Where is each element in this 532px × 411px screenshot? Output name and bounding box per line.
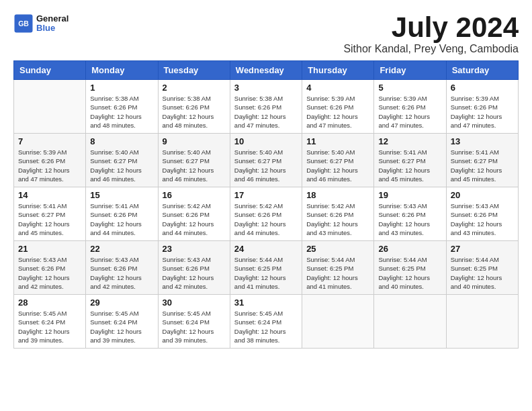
day-header-thursday: Thursday [302,61,374,80]
calendar-cell: 12Sunrise: 5:41 AM Sunset: 6:27 PM Dayli… [374,134,446,187]
calendar-cell [374,295,446,349]
day-number: 8 [90,136,153,146]
page-header: GB General Blue July 2024 Sithor Kandal,… [13,13,519,55]
calendar-cell [14,80,86,134]
calendar-cell: 13Sunrise: 5:41 AM Sunset: 6:27 PM Dayli… [446,134,518,187]
week-row-4: 21Sunrise: 5:43 AM Sunset: 6:26 PM Dayli… [14,241,519,295]
day-number: 20 [451,190,514,200]
day-number: 30 [163,298,226,308]
day-header-wednesday: Wednesday [230,61,302,80]
day-header-saturday: Saturday [446,61,518,80]
calendar-table: SundayMondayTuesdayWednesdayThursdayFrid… [13,60,519,349]
day-number: 3 [234,83,298,93]
day-number: 28 [18,298,81,308]
day-number: 6 [451,83,514,93]
day-info: Sunrise: 5:43 AM Sunset: 6:26 PM Dayligh… [451,201,514,237]
day-info: Sunrise: 5:41 AM Sunset: 6:27 PM Dayligh… [451,148,514,183]
day-header-tuesday: Tuesday [158,61,230,80]
day-info: Sunrise: 5:44 AM Sunset: 6:25 PM Dayligh… [451,255,514,291]
calendar-cell: 5Sunrise: 5:39 AM Sunset: 6:26 PM Daylig… [374,80,446,134]
calendar-cell: 18Sunrise: 5:42 AM Sunset: 6:26 PM Dayli… [302,187,374,241]
day-info: Sunrise: 5:39 AM Sunset: 6:26 PM Dayligh… [306,94,369,130]
day-info: Sunrise: 5:40 AM Sunset: 6:27 PM Dayligh… [163,148,226,183]
day-number: 16 [163,190,226,200]
day-number: 9 [163,136,226,146]
calendar-cell: 15Sunrise: 5:41 AM Sunset: 6:26 PM Dayli… [86,187,158,241]
calendar-cell: 21Sunrise: 5:43 AM Sunset: 6:26 PM Dayli… [14,241,86,295]
calendar-cell: 27Sunrise: 5:44 AM Sunset: 6:25 PM Dayli… [446,241,518,295]
day-number: 15 [90,190,153,200]
title-area: July 2024 Sithor Kandal, Prey Veng, Camb… [343,13,519,55]
day-number: 19 [378,190,441,200]
calendar-cell: 23Sunrise: 5:43 AM Sunset: 6:26 PM Dayli… [158,241,230,295]
svg-text:GB: GB [18,19,29,28]
day-info: Sunrise: 5:43 AM Sunset: 6:26 PM Dayligh… [378,201,441,237]
day-info: Sunrise: 5:43 AM Sunset: 6:26 PM Dayligh… [90,255,153,291]
day-info: Sunrise: 5:42 AM Sunset: 6:26 PM Dayligh… [163,201,226,237]
day-info: Sunrise: 5:45 AM Sunset: 6:24 PM Dayligh… [90,309,153,345]
calendar-cell: 17Sunrise: 5:42 AM Sunset: 6:26 PM Dayli… [230,187,302,241]
logo: GB General Blue [13,13,69,34]
calendar-cell: 7Sunrise: 5:39 AM Sunset: 6:26 PM Daylig… [14,134,86,187]
day-info: Sunrise: 5:42 AM Sunset: 6:26 PM Dayligh… [306,201,369,237]
calendar-cell: 8Sunrise: 5:40 AM Sunset: 6:27 PM Daylig… [86,134,158,187]
day-number: 26 [378,244,441,254]
calendar-cell: 16Sunrise: 5:42 AM Sunset: 6:26 PM Dayli… [158,187,230,241]
calendar-cell [302,295,374,349]
day-number: 2 [163,83,226,93]
day-number: 5 [378,83,441,93]
day-info: Sunrise: 5:41 AM Sunset: 6:27 PM Dayligh… [378,148,441,183]
week-row-1: 1Sunrise: 5:38 AM Sunset: 6:26 PM Daylig… [14,80,519,134]
calendar-cell: 28Sunrise: 5:45 AM Sunset: 6:24 PM Dayli… [14,295,86,349]
calendar-cell: 30Sunrise: 5:45 AM Sunset: 6:24 PM Dayli… [158,295,230,349]
day-info: Sunrise: 5:39 AM Sunset: 6:26 PM Dayligh… [18,148,81,183]
week-row-5: 28Sunrise: 5:45 AM Sunset: 6:24 PM Dayli… [14,295,519,349]
day-number: 29 [90,298,153,308]
day-info: Sunrise: 5:43 AM Sunset: 6:26 PM Dayligh… [18,255,81,291]
day-info: Sunrise: 5:42 AM Sunset: 6:26 PM Dayligh… [234,201,298,237]
day-number: 12 [378,136,441,146]
day-info: Sunrise: 5:38 AM Sunset: 6:26 PM Dayligh… [234,94,298,130]
header-row: SundayMondayTuesdayWednesdayThursdayFrid… [14,61,519,80]
day-number: 1 [90,83,153,93]
day-info: Sunrise: 5:39 AM Sunset: 6:26 PM Dayligh… [451,94,514,130]
day-info: Sunrise: 5:38 AM Sunset: 6:26 PM Dayligh… [163,94,226,130]
location: Sithor Kandal, Prey Veng, Cambodia [343,43,519,55]
day-info: Sunrise: 5:45 AM Sunset: 6:24 PM Dayligh… [234,309,298,345]
calendar-cell: 19Sunrise: 5:43 AM Sunset: 6:26 PM Dayli… [374,187,446,241]
day-info: Sunrise: 5:44 AM Sunset: 6:25 PM Dayligh… [234,255,298,291]
calendar-cell: 24Sunrise: 5:44 AM Sunset: 6:25 PM Dayli… [230,241,302,295]
day-info: Sunrise: 5:40 AM Sunset: 6:27 PM Dayligh… [90,148,153,183]
calendar-cell: 25Sunrise: 5:44 AM Sunset: 6:25 PM Dayli… [302,241,374,295]
calendar-cell: 10Sunrise: 5:40 AM Sunset: 6:27 PM Dayli… [230,134,302,187]
day-number: 24 [234,244,298,254]
calendar-cell: 14Sunrise: 5:41 AM Sunset: 6:27 PM Dayli… [14,187,86,241]
day-info: Sunrise: 5:41 AM Sunset: 6:27 PM Dayligh… [18,201,81,237]
calendar-cell: 29Sunrise: 5:45 AM Sunset: 6:24 PM Dayli… [86,295,158,349]
calendar-cell: 6Sunrise: 5:39 AM Sunset: 6:26 PM Daylig… [446,80,518,134]
day-number: 7 [18,136,81,146]
calendar-cell: 2Sunrise: 5:38 AM Sunset: 6:26 PM Daylig… [158,80,230,134]
calendar-cell: 20Sunrise: 5:43 AM Sunset: 6:26 PM Dayli… [446,187,518,241]
logo-icon: GB [13,13,34,34]
week-row-2: 7Sunrise: 5:39 AM Sunset: 6:26 PM Daylig… [14,134,519,187]
day-number: 21 [18,244,81,254]
day-number: 31 [234,298,298,308]
calendar-cell: 4Sunrise: 5:39 AM Sunset: 6:26 PM Daylig… [302,80,374,134]
day-number: 4 [306,83,369,93]
day-info: Sunrise: 5:40 AM Sunset: 6:27 PM Dayligh… [306,148,369,183]
day-header-sunday: Sunday [14,61,86,80]
calendar-cell: 1Sunrise: 5:38 AM Sunset: 6:26 PM Daylig… [86,80,158,134]
day-info: Sunrise: 5:44 AM Sunset: 6:25 PM Dayligh… [378,255,441,291]
calendar-cell: 9Sunrise: 5:40 AM Sunset: 6:27 PM Daylig… [158,134,230,187]
week-row-3: 14Sunrise: 5:41 AM Sunset: 6:27 PM Dayli… [14,187,519,241]
day-info: Sunrise: 5:45 AM Sunset: 6:24 PM Dayligh… [18,309,81,345]
calendar-cell: 11Sunrise: 5:40 AM Sunset: 6:27 PM Dayli… [302,134,374,187]
day-number: 14 [18,190,81,200]
month-title: July 2024 [343,13,519,42]
calendar-cell: 3Sunrise: 5:38 AM Sunset: 6:26 PM Daylig… [230,80,302,134]
day-number: 10 [234,136,298,146]
day-info: Sunrise: 5:40 AM Sunset: 6:27 PM Dayligh… [234,148,298,183]
day-number: 17 [234,190,298,200]
logo-text: General Blue [36,14,69,34]
